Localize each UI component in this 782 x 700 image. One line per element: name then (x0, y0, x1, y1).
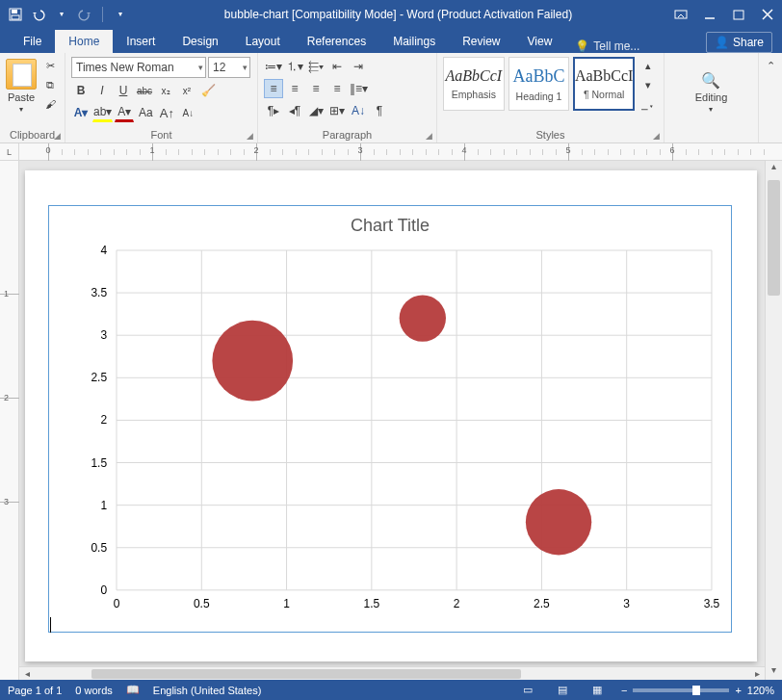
decrease-indent-button[interactable]: ⇤ (327, 57, 347, 76)
zoom-out-button[interactable]: − (621, 685, 627, 696)
tab-review[interactable]: Review (449, 30, 513, 53)
ltr-button[interactable]: ¶▸ (264, 101, 283, 120)
share-button[interactable]: 👤 Share (706, 32, 772, 53)
show-paragraph-marks-button[interactable]: ¶ (370, 101, 389, 120)
editing-dropdown-icon[interactable]: ▾ (709, 105, 713, 114)
justify-button[interactable]: ≡ (327, 79, 347, 98)
line-spacing-button[interactable]: ‖≡▾ (349, 79, 369, 98)
scrollbar-vertical[interactable]: ▴ ▾ (765, 161, 782, 680)
undo-icon[interactable] (29, 5, 48, 24)
tab-mailings[interactable]: Mailings (379, 30, 449, 53)
minimize-icon[interactable] (695, 5, 724, 24)
borders-button[interactable]: ⊞▾ (327, 101, 347, 120)
view-read-icon[interactable]: ▭ (517, 683, 538, 698)
align-left-button[interactable]: ≡ (264, 79, 283, 98)
page[interactable]: Chart Title 00.511.522.533.500.511.522.5… (25, 170, 757, 661)
status-words[interactable]: 0 words (75, 685, 113, 696)
qat-customize-icon[interactable]: ▾ (111, 5, 130, 24)
chart-title[interactable]: Chart Title (49, 206, 731, 242)
increase-indent-button[interactable]: ⇥ (349, 57, 368, 76)
tab-references[interactable]: References (294, 30, 379, 53)
style-normal[interactable]: AaBbCcI ¶ Normal (573, 57, 635, 111)
font-name-combo[interactable]: Times New Roman▾ (71, 57, 206, 78)
font-launcher-icon[interactable]: ◢ (247, 131, 253, 141)
sort-button[interactable]: A↓ (349, 101, 368, 120)
clear-formatting-button[interactable]: 🧹 (198, 81, 218, 100)
highlight-button[interactable]: ab▾ (92, 103, 113, 122)
styles-scroll-down-icon[interactable]: ▾ (639, 76, 658, 93)
numbering-button[interactable]: ⒈▾ (285, 57, 304, 76)
view-print-icon[interactable]: ▤ (552, 683, 573, 698)
find-icon[interactable]: 🔍 (700, 70, 721, 90)
zoom-slider-knob[interactable] (692, 686, 700, 695)
styles-launcher-icon[interactable]: ◢ (653, 131, 660, 141)
undo-dropdown-icon[interactable]: ▾ (52, 5, 71, 24)
scroll-h-thumb[interactable] (91, 669, 520, 679)
clipboard-launcher-icon[interactable]: ◢ (54, 131, 61, 141)
zoom-value[interactable]: 120% (747, 685, 774, 696)
paste-button[interactable]: Paste ▾ (6, 57, 37, 114)
styles-scroll-up-icon[interactable]: ▴ (639, 57, 658, 74)
maximize-icon[interactable] (724, 5, 753, 24)
bubble-point[interactable] (526, 489, 591, 555)
tab-home[interactable]: Home (55, 30, 113, 53)
scrollbar-horizontal[interactable]: ◂ ▸ (19, 666, 765, 680)
save-icon[interactable] (6, 5, 25, 24)
ruler-horizontal[interactable]: 0123456 (19, 143, 765, 161)
tab-view[interactable]: View (514, 30, 566, 53)
scroll-up-icon[interactable]: ▴ (766, 161, 782, 176)
align-center-button[interactable]: ≡ (285, 79, 304, 98)
bullets-button[interactable]: ≔▾ (264, 57, 283, 76)
rtl-button[interactable]: ◂¶ (285, 101, 304, 120)
tab-design[interactable]: Design (169, 30, 231, 53)
chart-object[interactable]: Chart Title 00.511.522.533.500.511.522.5… (48, 205, 732, 633)
superscript-button[interactable]: x² (177, 81, 196, 100)
font-size-combo[interactable]: 12▾ (208, 57, 250, 78)
bold-button[interactable]: B (71, 81, 91, 100)
status-language[interactable]: English (United States) (153, 685, 262, 696)
shrink-font-button[interactable]: A↓ (178, 103, 197, 122)
tab-file[interactable]: File (10, 30, 55, 53)
font-color-button[interactable]: A▾ (115, 103, 134, 122)
format-painter-button[interactable]: 🖌 (40, 95, 60, 113)
zoom-control: − + 120% (621, 685, 774, 696)
view-web-icon[interactable]: ▦ (586, 683, 608, 698)
style-emphasis[interactable]: AaBbCcI Emphasis (443, 57, 505, 111)
underline-button[interactable]: U (114, 81, 133, 100)
chart-plot-area[interactable]: 00.511.522.533.500.511.522.533.54 (117, 250, 712, 590)
collapse-ribbon-icon[interactable]: ⌃ (761, 57, 780, 74)
zoom-slider[interactable] (633, 688, 729, 692)
style-name: Heading 1 (516, 91, 562, 102)
scroll-left-icon[interactable]: ◂ (19, 668, 35, 679)
status-page[interactable]: Page 1 of 1 (8, 685, 62, 696)
bubble-point[interactable] (400, 295, 446, 341)
close-icon[interactable] (753, 5, 782, 24)
strikethrough-button[interactable]: abc (135, 81, 154, 100)
multilevel-list-button[interactable]: ⬱▾ (306, 57, 326, 76)
style-heading1[interactable]: AaBbC Heading 1 (508, 57, 570, 111)
ribbon-options-icon[interactable] (666, 5, 695, 24)
styles-more-icon[interactable]: ⎯▾ (639, 95, 658, 113)
document-scroll[interactable]: Chart Title 00.511.522.533.500.511.522.5… (19, 161, 765, 680)
scroll-down-icon[interactable]: ▾ (766, 664, 782, 680)
scroll-v-thumb[interactable] (768, 180, 780, 296)
status-proofing-icon[interactable]: 📖 (126, 684, 140, 696)
bubble-point[interactable] (212, 321, 293, 402)
tab-layout[interactable]: Layout (232, 30, 294, 53)
align-right-button[interactable]: ≡ (306, 79, 326, 98)
tab-insert[interactable]: Insert (113, 30, 169, 53)
subscript-button[interactable]: x₂ (156, 81, 175, 100)
change-case-button[interactable]: Aa (136, 103, 155, 122)
scroll-right-icon[interactable]: ▸ (749, 668, 765, 679)
zoom-in-button[interactable]: + (735, 685, 741, 696)
italic-button[interactable]: I (92, 81, 112, 100)
text-effects-button[interactable]: A▾ (71, 103, 91, 122)
paragraph-launcher-icon[interactable]: ◢ (426, 131, 432, 141)
copy-button[interactable]: ⧉ (40, 76, 60, 93)
redo-icon[interactable] (75, 5, 94, 24)
cut-button[interactable]: ✂ (40, 57, 60, 74)
tell-me-search[interactable]: 💡 Tell me... (575, 39, 639, 53)
ruler-vertical[interactable]: 123 (0, 161, 19, 680)
grow-font-button[interactable]: A↑ (157, 103, 176, 122)
shading-button[interactable]: ◢▾ (306, 101, 326, 120)
